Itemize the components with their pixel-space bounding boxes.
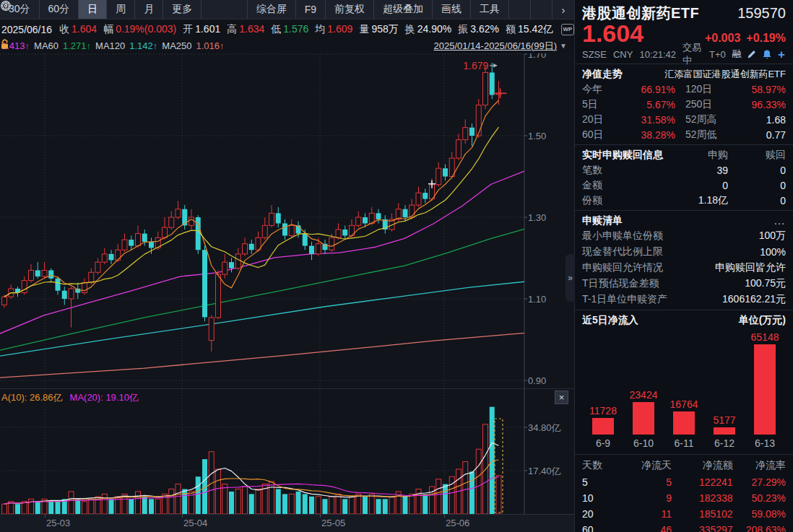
draw-line-button[interactable]: 画线 <box>433 0 471 19</box>
subscription-row: 笔数 39 0 <box>582 162 786 178</box>
nav-stat-row: 20日31.58% 52周高1.68 <box>582 112 786 127</box>
flow-bar <box>673 411 695 435</box>
quote-time: 10:21:42 <box>639 49 676 60</box>
flow-bar <box>633 402 654 435</box>
volume-pane-header: A(10): 26.86亿 MA(20): 19.10亿 × <box>0 389 574 406</box>
tab-weekly[interactable]: 周 <box>107 0 135 19</box>
wp-monitor-icon[interactable]: WP <box>561 24 574 35</box>
price-change: +0.003+0.19% <box>699 32 786 45</box>
chart-toolbar: 30分 60分 日 周 月 更多 综合屏 F9 前复权 超级叠加 画线 工具 <box>0 0 574 19</box>
market-meta-row: SZSE CNY 10:21:42 交易中 T+0 融 + <box>582 47 786 61</box>
composite-screen-button[interactable]: 综合屏 <box>247 0 296 19</box>
flow-bar <box>754 344 776 435</box>
nav-section-header: 净值走势 汇添富国证港股通创新药ETF <box>582 66 786 82</box>
security-title-row: 港股通创新药ETF 159570 <box>582 0 786 21</box>
x-axis-tick <box>182 515 183 518</box>
stat-amplitude: 振3.62% <box>458 23 499 36</box>
volume-ma20-label: MA(20): 19.10亿 <box>70 391 139 404</box>
ma250-value: 1.016↑ <box>196 40 225 51</box>
stat-low: 低1.576 <box>271 23 308 36</box>
stat-turnover: 换24.90% <box>405 23 451 36</box>
forward-adjust-button[interactable]: 前复权 <box>326 0 374 19</box>
close-icon[interactable]: × <box>555 391 568 404</box>
net-inflow-table: 天数 净流天 净流额 净流率 5 5 122241 27.29% 10 9 18… <box>582 457 786 532</box>
svg-text:1.10: 1.10 <box>528 294 546 305</box>
svg-text:1.50: 1.50 <box>528 131 546 141</box>
flow-value: 23424 <box>630 389 658 401</box>
x-axis-tick <box>45 515 46 518</box>
trading-status: 交易中 <box>682 41 703 67</box>
more-button[interactable]: … <box>774 214 786 227</box>
redemption-list-header: 申赎清单 … <box>582 213 786 228</box>
security-code: 159570 <box>737 5 786 22</box>
date-range-control[interactable]: 2025/01/14-2025/06/16(99日) ▼ <box>434 40 571 53</box>
subscription-row: 金额 0 0 <box>582 178 786 193</box>
list-row: T-1日单位申赎资产1606162.21元 <box>582 292 786 308</box>
chevron-right-icon[interactable]: › <box>552 0 574 19</box>
table-row: 10 9 182338 50.23% <box>582 490 786 506</box>
help-icon[interactable]: ? <box>531 0 552 19</box>
f9-button[interactable]: F9 <box>296 0 326 19</box>
flow-bar-group: 11728 <box>584 405 623 435</box>
pencil-icon[interactable] <box>747 49 757 60</box>
ma120-value: 1.142↑ <box>129 40 157 51</box>
subscription-row: 份额 1.18亿 0 <box>582 193 786 208</box>
chevron-down-icon[interactable]: ▼ <box>560 42 567 50</box>
svg-text:1.30: 1.30 <box>528 212 546 223</box>
volume-ma10-label: A(10): 26.86亿 <box>1 391 63 404</box>
table-row: 5 5 122241 27.29% <box>582 474 786 490</box>
x-axis-label: 25-03 <box>46 518 70 528</box>
date-range-text[interactable]: 2025/01/14-2025/06/16(99日) <box>434 40 558 53</box>
flow-bar <box>714 427 735 435</box>
nav-title: 净值走势 <box>582 68 623 81</box>
panel-collapse-handle[interactable]: » <box>566 254 575 302</box>
margin-badge: 融 <box>732 48 742 61</box>
gear-icon[interactable] <box>509 0 531 19</box>
ma250-label: MA250 <box>162 40 191 51</box>
svg-text:?: ? <box>4 2 7 9</box>
add-icon[interactable]: + <box>777 49 786 60</box>
flow-bar-group: 23424 <box>624 389 663 435</box>
flow-bar-group: 65148 <box>745 331 784 435</box>
tab-more[interactable]: 更多 <box>163 0 202 19</box>
quote-info-bar: 2025/06/16 收1.604 幅0.19%(0.003) 开1.601 高… <box>0 20 574 38</box>
nav-stat-row: 5日5.67% 250日96.33% <box>582 97 786 112</box>
x-axis-tick <box>444 515 445 518</box>
currency-label: CNY <box>613 49 633 60</box>
divider <box>575 454 793 455</box>
flow-section-header: 近5日净流入 单位(万元) <box>582 313 786 328</box>
price-volume-chart[interactable]: 1.701.501.301.100.9034.80亿17.40亿1.679 <box>0 0 574 532</box>
tab-daily[interactable]: 日 <box>79 0 107 19</box>
flow-bar-group: 16764 <box>664 398 703 435</box>
ma120-label: MA120 <box>95 40 125 51</box>
lock-icon[interactable] <box>0 38 9 50</box>
ma60-label: MA60 <box>34 40 58 51</box>
svg-text:17.40亿: 17.40亿 <box>528 466 561 476</box>
flow-value: 5177 <box>713 414 735 426</box>
svg-text:34.80亿: 34.80亿 <box>528 422 561 433</box>
net-inflow-bar-chart: 11728 23424 16764 5177 65148 <box>582 328 786 435</box>
super-overlay-button[interactable]: 超级叠加 <box>374 0 433 19</box>
list-row: T日预估现金差额100.75元 <box>582 276 786 292</box>
list-row: 最小申赎单位份额100万 <box>582 228 786 244</box>
bell-icon[interactable] <box>762 49 772 60</box>
chart-section: 1.701.501.301.100.9034.80亿17.40亿1.679 30… <box>0 0 574 532</box>
divider <box>575 144 793 145</box>
t0-badge: T+0 <box>709 49 726 60</box>
ma-values-bar: 1.413↑ MA60 1.271↑ MA120 1.142↑ MA250 1.… <box>0 38 574 53</box>
flow-bar <box>592 418 614 435</box>
table-row: 20 11 185102 59.08% <box>582 506 786 522</box>
fund-name: 汇添富国证港股通创新药ETF <box>664 68 786 81</box>
stat-open: 开1.601 <box>183 23 220 36</box>
x-axis-label: 25-04 <box>183 518 207 528</box>
flow-value: 65148 <box>751 331 779 343</box>
x-axis-label: 25-06 <box>446 518 469 528</box>
tab-60min[interactable]: 60分 <box>40 0 79 19</box>
tools-button[interactable]: 工具 <box>471 0 509 19</box>
flow-unit: 单位(万元) <box>739 314 786 327</box>
quote-date: 2025/06/16 <box>1 24 52 35</box>
stat-amount: 额15.42亿 <box>506 23 553 36</box>
flow-value: 11728 <box>589 405 617 417</box>
tab-monthly[interactable]: 月 <box>135 0 163 19</box>
flow-value: 16764 <box>670 398 698 410</box>
